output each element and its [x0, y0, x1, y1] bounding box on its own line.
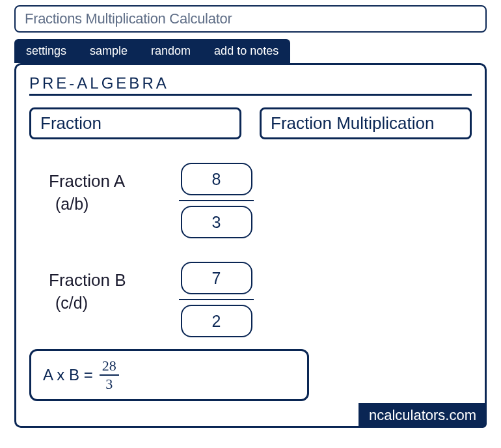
fraction-a-sublabel: (a/b): [55, 193, 179, 216]
result-numerator: 28: [100, 359, 119, 373]
brand-badge: ncalculators.com: [359, 403, 487, 428]
fraction-a-inputs: [179, 163, 254, 238]
select-category[interactable]: Fraction: [29, 107, 241, 139]
tab-random[interactable]: random: [139, 39, 202, 63]
fraction-a-divider: [179, 200, 254, 201]
result-fraction: 28 3: [100, 359, 119, 391]
tab-sample[interactable]: sample: [78, 39, 139, 63]
result-prefix: A x B =: [43, 366, 93, 384]
page-title: Fractions Multiplication Calculator: [14, 5, 487, 33]
fraction-b-row: Fraction B (c/d): [29, 262, 472, 337]
fraction-b-inputs: [179, 262, 254, 337]
select-operation[interactable]: Fraction Multiplication: [260, 107, 472, 139]
fraction-a-label-text: Fraction A: [49, 169, 179, 193]
tabs-row: settings sample random add to notes: [14, 39, 487, 63]
fraction-b-numerator-input[interactable]: [181, 262, 252, 294]
main-panel: PRE-ALGEBRA Fraction Fraction Multiplica…: [14, 63, 487, 428]
fraction-b-label-text: Fraction B: [49, 268, 179, 292]
tab-add-to-notes[interactable]: add to notes: [202, 39, 290, 63]
fraction-b-divider: [179, 299, 254, 300]
tab-settings[interactable]: settings: [14, 39, 78, 63]
fraction-a-denominator-input[interactable]: [181, 206, 252, 238]
result-box: A x B = 28 3: [29, 349, 309, 401]
section-title: PRE-ALGEBRA: [29, 74, 472, 96]
fraction-a-row: Fraction A (a/b): [29, 163, 472, 238]
result-denominator: 3: [103, 377, 115, 391]
fraction-b-label: Fraction B (c/d): [49, 262, 179, 315]
fraction-b-denominator-input[interactable]: [181, 305, 252, 337]
fraction-a-label: Fraction A (a/b): [49, 163, 179, 216]
fraction-b-sublabel: (c/d): [55, 292, 179, 315]
fraction-a-numerator-input[interactable]: [181, 163, 252, 195]
